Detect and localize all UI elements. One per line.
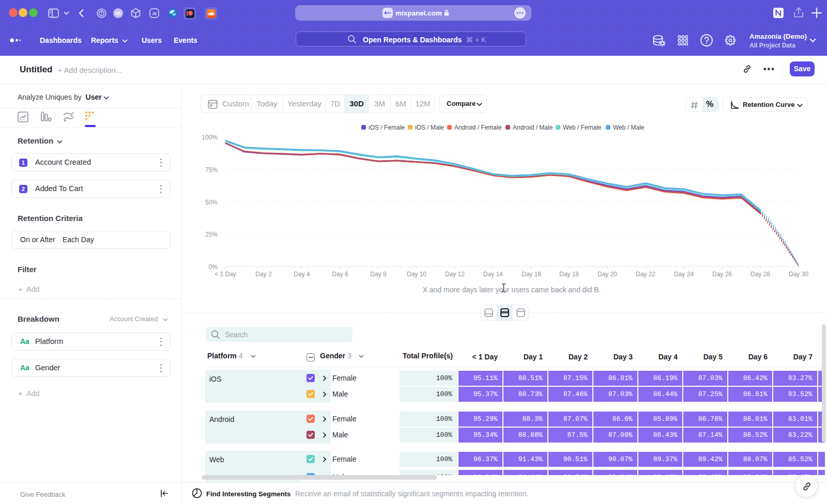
svg-text:JS: JS xyxy=(152,11,157,16)
